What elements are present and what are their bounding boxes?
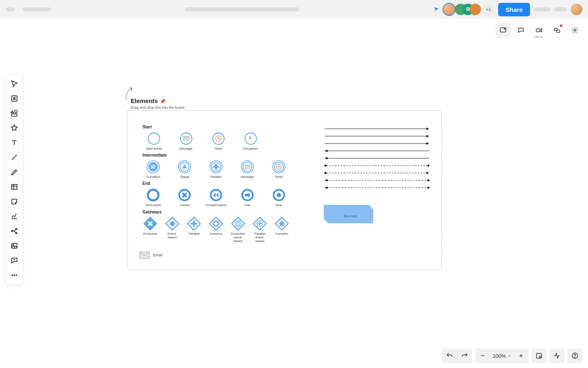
element-end-compensation[interactable]: Compensation — [205, 188, 227, 207]
connector-dashed-right[interactable] — [324, 171, 430, 175]
redo-button[interactable] — [457, 348, 472, 363]
panel-subtitle: Drag and drop this into the board. — [131, 105, 185, 110]
settings-button[interactable] — [568, 23, 582, 38]
sticky-tool[interactable] — [7, 195, 21, 209]
connector-solid-left-2[interactable] — [324, 157, 430, 160]
element-gw-parallel[interactable]: Parallel — [186, 217, 202, 243]
svg-point-23 — [148, 133, 160, 144]
top-right: R +1 Share — [434, 3, 582, 16]
avatar-collaborator-3[interactable] — [470, 4, 481, 15]
element-label: Parallel — [189, 232, 200, 236]
connector-dashed-both-2[interactable] — [324, 186, 430, 189]
shapes-tool[interactable] — [7, 106, 21, 120]
top-center — [51, 7, 434, 11]
element-label: Exclusive event-based — [230, 232, 246, 243]
help-button[interactable] — [568, 348, 582, 363]
title-skeleton — [22, 7, 51, 11]
svg-rect-1 — [536, 29, 540, 32]
undo-button[interactable] — [442, 348, 457, 363]
connector-dashed-both-1[interactable] — [324, 164, 430, 167]
svg-rect-10 — [11, 114, 17, 117]
avatar-self[interactable] — [571, 4, 582, 15]
element-gw-complex[interactable]: Complex — [274, 217, 290, 243]
image-tool[interactable] — [7, 239, 21, 253]
element-int-timer[interactable]: Timer — [268, 160, 290, 179]
select-tool[interactable] — [7, 77, 21, 91]
element-label: End event — [146, 203, 160, 207]
element-start-event[interactable]: Start event — [143, 132, 165, 150]
connector-dashed-left[interactable] — [324, 179, 430, 182]
doc-title-skeleton — [185, 7, 299, 11]
more-tool[interactable] — [7, 268, 21, 282]
top-left-placeholder — [6, 7, 51, 11]
chart-tool[interactable] — [7, 209, 21, 223]
element-int-signal[interactable]: Signal — [174, 160, 196, 179]
comment-tool[interactable] — [7, 254, 21, 267]
element-end-stop[interactable]: Stop — [268, 188, 290, 207]
overflow-avatars-badge[interactable]: +1 — [483, 4, 494, 15]
element-label: Compensation — [205, 203, 227, 207]
element-gw-exclusive[interactable]: Exclusive — [143, 217, 158, 243]
element-label: Message — [179, 147, 192, 150]
element-start-exception[interactable]: Exception — [239, 132, 262, 150]
zoom-label-text: 100% — [492, 353, 506, 359]
connector-solid-right-2[interactable] — [324, 135, 430, 138]
connector-solid-left-1[interactable] — [324, 149, 430, 153]
templates-tool[interactable] — [7, 92, 21, 105]
share-button[interactable]: Share — [498, 3, 530, 16]
cursor-presence-icon — [434, 7, 439, 12]
zoom-in-button[interactable] — [514, 348, 528, 363]
table-tool[interactable] — [7, 180, 21, 194]
element-start-message[interactable]: Message — [175, 132, 197, 150]
svg-rect-56 — [232, 217, 244, 230]
element-label: Exception — [243, 147, 258, 150]
section-start-title: Start — [143, 125, 290, 129]
activity-button[interactable] — [550, 348, 564, 363]
zoom-out-button[interactable] — [475, 348, 490, 363]
element-end-cancel[interactable]: Cancel — [174, 188, 196, 207]
elements-grid: Start Start event Message Timer Exceptio… — [143, 121, 290, 242]
svg-point-17 — [16, 232, 17, 233]
element-gw-event-based[interactable]: Event-based — [165, 217, 180, 243]
element-end-event[interactable]: End event — [143, 188, 164, 207]
comments-button[interactable] — [514, 23, 528, 38]
video-button[interactable]: BETA — [532, 23, 546, 38]
mindmap-tool[interactable] — [7, 224, 21, 238]
element-label: Email — [153, 253, 163, 257]
svg-rect-12 — [11, 184, 17, 189]
svg-point-21 — [14, 275, 15, 276]
card-stack[interactable]: Text here — [324, 205, 373, 225]
element-email[interactable]: Email — [139, 251, 163, 259]
element-int-parallel[interactable]: Parallel — [205, 160, 227, 179]
text-tool[interactable] — [7, 136, 21, 150]
presentation-button[interactable] — [550, 23, 564, 38]
element-start-timer[interactable]: Timer — [207, 132, 229, 150]
avatar-active[interactable] — [443, 4, 455, 15]
line-tool[interactable] — [7, 150, 21, 164]
notes-button[interactable] — [496, 23, 510, 38]
chevron-down-icon — [508, 354, 511, 358]
header-skeleton-2 — [555, 7, 567, 11]
left-toolbar — [6, 74, 23, 285]
undo-redo-group — [442, 348, 472, 363]
element-gw-exclusive-event[interactable]: Exclusive event-based — [230, 217, 246, 243]
pin-icon: 📌 — [160, 99, 166, 104]
notification-dot-icon — [560, 25, 562, 27]
section-gateways-title: Gateways — [143, 210, 290, 214]
map-button[interactable] — [532, 348, 546, 363]
connectors-column — [324, 127, 430, 189]
svg-rect-18 — [11, 243, 17, 248]
pen-tool[interactable] — [7, 165, 21, 179]
star-tool[interactable] — [7, 121, 21, 135]
zoom-level[interactable]: 100% — [490, 353, 514, 359]
element-int-message[interactable]: Message — [236, 160, 258, 179]
element-gw-inclusive[interactable]: Inclusive — [208, 217, 224, 243]
element-end-link[interactable]: Link — [236, 188, 258, 207]
element-gw-parallel-event[interactable]: Parallel event-based — [252, 217, 268, 243]
element-label: Cancel — [180, 203, 190, 207]
connector-solid-right-1[interactable] — [324, 127, 430, 130]
element-int-condition[interactable]: Condition — [143, 160, 164, 179]
elements-panel[interactable]: Start Start event Message Timer Exceptio… — [127, 110, 442, 269]
connector-solid-right-3[interactable] — [324, 142, 430, 145]
svg-point-75 — [428, 187, 430, 189]
